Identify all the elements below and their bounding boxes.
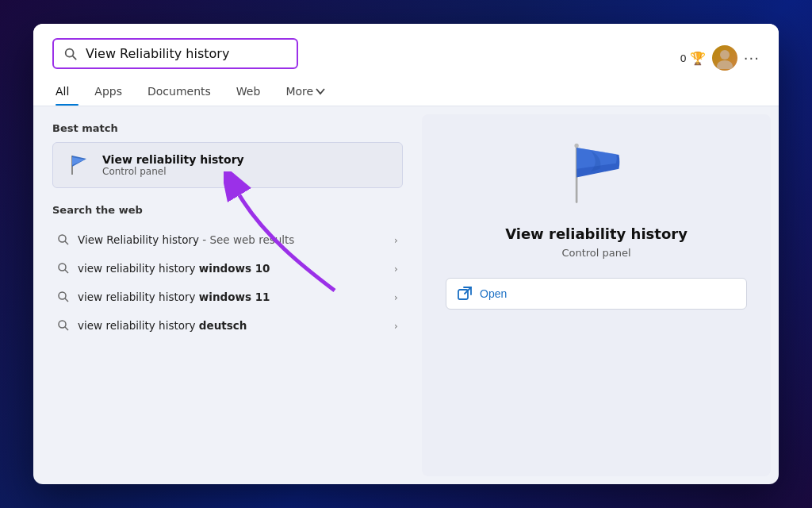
tab-documents[interactable]: Documents xyxy=(135,79,224,106)
reliability-flag-icon-large xyxy=(561,142,632,206)
right-panel-title: View reliability history xyxy=(505,225,688,242)
content-area: Best match View reliability history Cont… xyxy=(33,106,779,484)
web-search-icon-3 xyxy=(57,291,70,303)
left-panel-wrapper: Best match View reliability history Cont… xyxy=(33,106,422,484)
svg-line-12 xyxy=(65,298,68,302)
web-result-arrow-4: › xyxy=(394,320,398,332)
svg-point-13 xyxy=(59,321,66,328)
svg-line-8 xyxy=(65,241,68,244)
open-label: Open xyxy=(480,287,507,300)
avatar-image xyxy=(714,47,736,69)
left-panel: Best match View reliability history Cont… xyxy=(33,106,422,356)
web-result-text-2: view reliability history windows 10 xyxy=(78,262,386,275)
svg-point-9 xyxy=(59,264,66,271)
web-result-item[interactable]: view reliability history windows 10 › xyxy=(52,254,403,283)
user-avatar[interactable] xyxy=(712,45,737,71)
svg-point-2 xyxy=(720,50,730,60)
web-result-item[interactable]: view reliability history deutsch › xyxy=(52,311,403,340)
web-search-label: Search the web xyxy=(52,204,403,216)
points-count: 0 xyxy=(680,52,687,64)
tab-all[interactable]: All xyxy=(52,79,82,106)
open-button[interactable]: Open xyxy=(446,278,747,310)
web-search-icon-1 xyxy=(57,233,70,246)
search-tabs: All Apps Documents Web More xyxy=(52,79,760,106)
search-window: View Reliability history 0 🏆 ··· All App… xyxy=(33,24,779,484)
tab-more[interactable]: More xyxy=(273,79,338,106)
web-result-arrow-2: › xyxy=(394,263,398,275)
svg-point-0 xyxy=(66,48,74,56)
reliability-flag-icon-small xyxy=(66,152,91,178)
best-match-info: View reliability history Control panel xyxy=(102,153,244,177)
more-options-button[interactable]: ··· xyxy=(744,50,760,67)
web-result-item[interactable]: View Reliability history - See web resul… xyxy=(52,225,403,254)
best-match-label: Best match xyxy=(52,122,403,134)
web-result-arrow-1: › xyxy=(394,234,398,246)
points-badge: 0 🏆 xyxy=(680,51,706,66)
search-bar-area: View Reliability history 0 🏆 ··· All App… xyxy=(33,24,779,106)
open-external-icon xyxy=(458,287,472,301)
chevron-down-icon xyxy=(316,87,325,96)
header-right-controls: 0 🏆 ··· xyxy=(680,45,760,79)
svg-point-7 xyxy=(59,235,66,242)
svg-point-17 xyxy=(574,144,578,148)
web-result-item[interactable]: view reliability history windows 11 › xyxy=(52,283,403,311)
search-icon xyxy=(63,47,78,61)
tab-web[interactable]: Web xyxy=(224,79,274,106)
right-panel-category: Control panel xyxy=(561,247,630,259)
tab-apps[interactable]: Apps xyxy=(82,79,135,106)
web-search-icon-4 xyxy=(57,319,70,332)
svg-point-3 xyxy=(717,60,733,69)
app-icon-large xyxy=(557,138,636,210)
web-result-text-3: view reliability history windows 11 xyxy=(78,291,386,303)
svg-line-1 xyxy=(73,56,77,60)
search-query-text: View Reliability history xyxy=(86,46,229,61)
web-result-text-1: View Reliability history - See web resul… xyxy=(78,233,386,246)
app-actions: Open xyxy=(438,278,755,310)
best-match-subtitle: Control panel xyxy=(102,166,244,177)
svg-line-10 xyxy=(65,270,68,273)
web-search-icon-2 xyxy=(57,262,70,275)
trophy-icon: 🏆 xyxy=(690,51,706,66)
svg-point-11 xyxy=(59,292,66,299)
search-input-box[interactable]: View Reliability history xyxy=(52,38,298,69)
best-match-app-icon xyxy=(64,151,93,179)
best-match-title: View reliability history xyxy=(102,153,244,166)
best-match-result[interactable]: View reliability history Control panel xyxy=(52,142,403,188)
web-result-text-4: view reliability history deutsch xyxy=(78,319,386,332)
right-panel: View reliability history Control panel O… xyxy=(422,114,771,476)
web-result-arrow-3: › xyxy=(394,291,398,303)
svg-line-14 xyxy=(65,327,68,330)
